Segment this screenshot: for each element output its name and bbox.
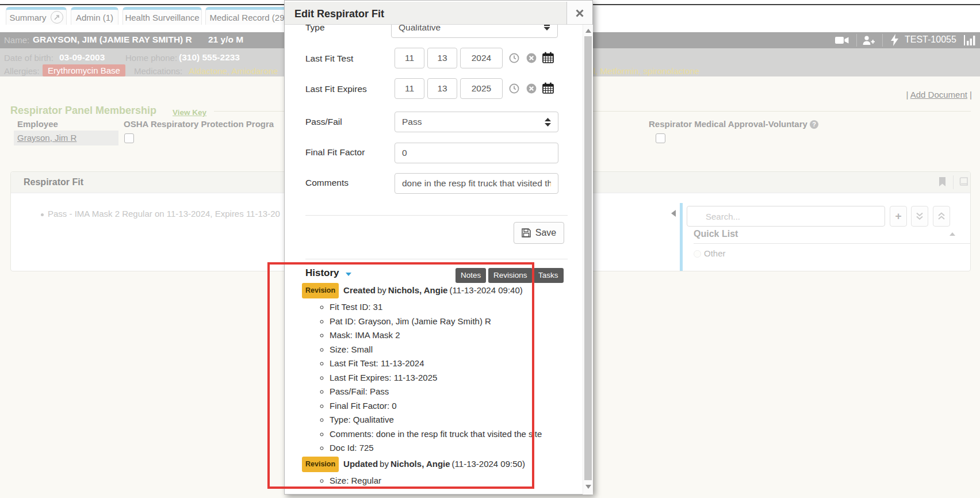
quicklist-accent-bar	[680, 203, 683, 271]
select-arrow-icon	[543, 25, 550, 30]
notes-button[interactable]: Notes	[455, 268, 486, 283]
add-document-row: | Add Document |	[906, 90, 972, 99]
revision-detail: Comments: done in the resp fit truck tha…	[330, 427, 577, 442]
final-fit-factor-input[interactable]	[395, 143, 558, 163]
history-section-title[interactable]: History	[305, 267, 339, 279]
pipe-right: |	[970, 90, 972, 99]
search-input[interactable]	[687, 206, 885, 227]
revision-detail: Type: Qualitative	[330, 413, 577, 427]
last-fit-expires-day[interactable]	[427, 78, 457, 99]
view-key-link[interactable]: View Key	[173, 108, 206, 117]
add-button[interactable]: +	[890, 206, 907, 227]
tab-health-surveillance-label: Health Surveillance	[125, 13, 199, 22]
last-fit-test-month[interactable]	[395, 48, 424, 68]
revision-author: Nichols, Angie	[388, 285, 448, 295]
calendar-icon[interactable]	[542, 52, 554, 63]
scroll-up-arrow[interactable]	[585, 29, 591, 33]
save-button[interactable]: Save	[514, 222, 564, 244]
revision-entry-header: RevisionCreatedbyNichols, Angie(11-13-20…	[302, 283, 577, 298]
revision-detail: Final Fit Factor: 0	[330, 399, 577, 413]
revision-action: Updated	[343, 459, 378, 469]
allergy-badge: Erythromycin Base	[43, 64, 125, 76]
last-fit-test-year[interactable]	[460, 48, 503, 68]
membership-section-title: Respirator Panel Membership	[10, 105, 156, 117]
tab-health-surveillance[interactable]: Health Surveillance	[122, 7, 202, 25]
close-button[interactable]	[566, 2, 592, 25]
application-window: Summary Admin (1) Health Surveillance Me…	[0, 0, 980, 498]
book-icon[interactable]	[959, 177, 969, 187]
clear-date-icon[interactable]	[526, 53, 537, 63]
type-label: Type	[305, 25, 325, 33]
employee-link[interactable]: Grayson, Jim R	[17, 133, 76, 143]
dialog-scrollbar[interactable]	[583, 25, 593, 495]
divider	[856, 34, 857, 47]
scroll-down-arrow[interactable]	[585, 485, 591, 489]
quick-list-header[interactable]: Quick List	[694, 229, 738, 239]
revisions-button[interactable]: Revisions	[488, 268, 533, 283]
save-button-label: Save	[535, 228, 556, 238]
station-id: TEST-10055	[905, 35, 956, 45]
revision-author: Nichols, Angie	[391, 459, 450, 469]
allergies-label: Allergies:	[4, 66, 40, 76]
last-fit-expires-year[interactable]	[460, 78, 503, 99]
open-in-new-icon[interactable]	[51, 11, 63, 24]
collapse-left-icon[interactable]	[671, 210, 676, 217]
revision-detail: Fit Test ID: 31	[330, 300, 577, 315]
floppy-icon	[522, 228, 531, 237]
tab-admin[interactable]: Admin (1)	[71, 7, 118, 25]
tab-medical-record[interactable]: Medical Record (29)	[205, 7, 292, 25]
last-fit-expires-month[interactable]	[395, 78, 424, 99]
tasks-button[interactable]: Tasks	[533, 268, 564, 283]
revision-detail: Last Fit Expires: 11-13-2025	[330, 371, 577, 385]
collapse-all-button[interactable]	[933, 206, 950, 227]
clear-date-icon[interactable]	[526, 83, 537, 94]
chevron-double-up-icon	[937, 212, 945, 220]
close-icon	[576, 9, 584, 17]
caret-up-icon[interactable]	[950, 232, 955, 236]
revision-detail-list: Size: Regular	[302, 474, 577, 488]
table-row-employee-cell: Grayson, Jim R	[14, 131, 118, 145]
calendar-icon[interactable]	[542, 82, 554, 94]
revision-detail: Mask: IMA Mask 2	[330, 328, 577, 343]
bar-chart-icon[interactable]	[964, 35, 977, 45]
voluntary-approval-checkbox[interactable]	[656, 133, 665, 143]
dialog-title: Edit Respirator Fit	[294, 8, 384, 20]
osha-program-checkbox[interactable]	[124, 133, 134, 143]
pass-fail-select[interactable]: Pass	[395, 112, 558, 132]
revision-detail: Last Fit Test: 11-13-2024	[330, 357, 577, 371]
divider	[953, 175, 954, 189]
pipe-left: |	[906, 90, 908, 99]
dialog-header[interactable]: Edit Respirator Fit	[285, 2, 566, 25]
lightning-icon[interactable]	[891, 34, 898, 46]
tab-summary[interactable]: Summary	[6, 7, 67, 25]
help-icon[interactable]: ?	[810, 120, 818, 129]
type-select[interactable]: Qualitative	[391, 25, 558, 38]
comments-input[interactable]	[395, 173, 558, 194]
dialog-body: Type Qualitative Last Fit Test Last Fit …	[285, 25, 583, 495]
last-fit-test-day[interactable]	[427, 48, 457, 68]
scrollbar-thumb[interactable]	[584, 36, 592, 480]
revision-by: by	[377, 285, 386, 295]
column-header-voluntary-label: Respirator Medical Approval-Voluntary	[649, 119, 807, 129]
patient-name: GRAYSON, JIM (JAMIE RAY SMITH) R	[33, 35, 192, 45]
type-value: Qualitative	[399, 25, 441, 33]
history-list: RevisionCreatedbyNichols, Angie(11-13-20…	[302, 283, 577, 489]
history-caret-down-icon[interactable]	[346, 273, 351, 276]
add-document-link[interactable]: Add Document	[910, 90, 967, 99]
time-icon[interactable]	[509, 83, 519, 94]
bookmark-icon[interactable]	[939, 177, 946, 187]
divider	[882, 34, 883, 47]
patient-age-sex: 21 y/o M	[208, 35, 243, 45]
revision-action: Created	[343, 285, 376, 295]
medications-list-left: Aldactone, Amiodarone	[189, 66, 278, 76]
revision-detail: Pat ID: Grayson, Jim (Jamie Ray Smith) R	[330, 315, 577, 329]
quick-list-item-other[interactable]: Other	[704, 248, 726, 258]
revision-detail: Pass/Fail: Pass	[330, 385, 577, 399]
revision-entry-header: RevisionUpdatedbyNichols, Angie(11-13-20…	[302, 457, 577, 472]
final-fit-factor-label: Final Fit Factor	[305, 147, 365, 158]
expand-all-button[interactable]	[911, 206, 928, 227]
time-icon[interactable]	[509, 53, 519, 63]
video-camera-icon[interactable]	[835, 36, 849, 44]
add-person-icon[interactable]	[863, 36, 875, 45]
phone-value: (310) 555-2233	[179, 52, 240, 63]
